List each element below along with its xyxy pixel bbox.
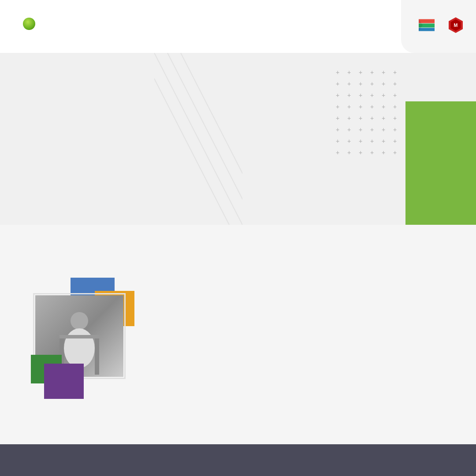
svg-rect-0 [419, 19, 435, 23]
dot-item: + [370, 93, 374, 97]
dot-item: + [359, 151, 362, 154]
dot-item: + [347, 151, 351, 154]
dot-item: + [393, 128, 397, 131]
footer [0, 444, 476, 476]
dot-item: + [336, 105, 339, 108]
bottom-section [0, 225, 476, 444]
dot-item: + [336, 151, 339, 154]
content-row [22, 273, 454, 435]
dot-item: + [347, 128, 351, 131]
dot-item: + [370, 116, 374, 120]
dot-item: + [370, 105, 374, 108]
dot-item: + [370, 139, 374, 143]
dot-item: + [359, 139, 362, 143]
section-heading [22, 238, 454, 258]
dot-item: + [393, 105, 397, 108]
dot-item: + [347, 105, 351, 108]
dot-item: + [347, 116, 351, 120]
dot-item: + [370, 82, 374, 86]
dot-item: + [347, 93, 351, 97]
page-container: M // Generate dots const dotsContainer =… [0, 0, 476, 476]
dot-item: + [382, 151, 385, 154]
big-365-display [405, 101, 476, 225]
dot-item: + [359, 93, 362, 97]
dot-item: + [370, 128, 374, 131]
dot-item: + [393, 116, 397, 120]
dot-item: + [370, 151, 374, 154]
dot-item: + [359, 82, 362, 86]
metrodata-icon: M [449, 17, 463, 33]
header-right-panel: M [401, 0, 476, 53]
dot-item: + [382, 116, 385, 120]
dot-item: + [359, 105, 362, 108]
header: M [0, 0, 476, 53]
dot-item: + [382, 105, 385, 108]
svg-line-10 [154, 53, 229, 225]
carbonite-dot-icon [23, 18, 35, 30]
svg-rect-2 [419, 28, 435, 31]
dot-item: + [359, 71, 362, 74]
dot-item: + [382, 93, 385, 97]
dot-item: + [382, 82, 385, 86]
top-section: // Generate dots const dotsContainer = d… [0, 53, 476, 225]
dots-pattern-decoration: // Generate dots const dotsContainer = d… [336, 71, 401, 159]
dot-item: + [347, 82, 351, 86]
dot-item: + [393, 82, 397, 86]
dot-item: + [382, 71, 385, 74]
number-5-box [405, 101, 476, 225]
synnex-icon [419, 19, 435, 31]
synnex-logos: M [419, 17, 463, 33]
dot-item: + [336, 82, 339, 86]
dot-item: + [393, 151, 397, 154]
svg-line-8 [167, 53, 242, 225]
svg-text:M: M [454, 22, 458, 28]
dot-item: + [347, 139, 351, 143]
dot-item: + [382, 128, 385, 131]
dot-item: + [393, 71, 397, 74]
svg-line-7 [154, 53, 242, 225]
dot-item: + [359, 128, 362, 131]
dot-item: + [336, 93, 339, 97]
carbonite-logo [18, 20, 40, 33]
dot-item: + [347, 71, 351, 74]
dot-item: + [336, 128, 339, 131]
dot-item: + [336, 71, 339, 74]
diagonal-lines-decoration [154, 53, 242, 225]
dot-item: + [393, 139, 397, 143]
dot-item: + [336, 116, 339, 120]
illustration [22, 273, 154, 405]
dot-item: + [393, 93, 397, 97]
dot-item: + [359, 116, 362, 120]
dot-item: + [382, 139, 385, 143]
dot-item: + [336, 139, 339, 143]
illus-purple-box [44, 364, 84, 399]
dot-item: + [370, 71, 374, 74]
